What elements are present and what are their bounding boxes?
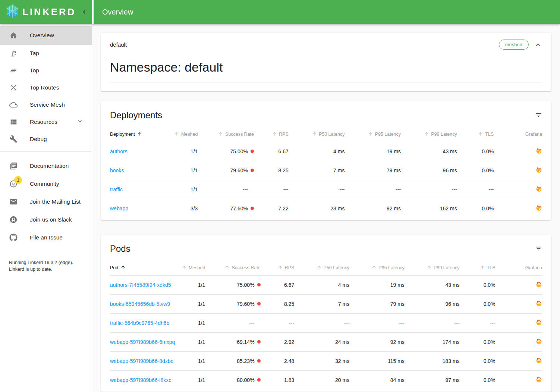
- column-header-p95-latency[interactable]: P95 Latency: [347, 126, 404, 142]
- p95-cell: 19 ms: [347, 142, 404, 161]
- sidebar-item-debug[interactable]: Debug: [0, 131, 92, 148]
- column-header-tls[interactable]: TLS: [460, 126, 497, 142]
- sidebar-item-top-routes[interactable]: Top Routes: [0, 79, 92, 96]
- sidebar-item-service-mesh[interactable]: Service Mesh: [0, 96, 92, 113]
- column-header-p50-latency[interactable]: P50 Latency: [292, 126, 348, 142]
- resource-link[interactable]: traffic: [110, 186, 123, 192]
- grafana-icon[interactable]: [536, 340, 542, 346]
- namespace-card: default meshed Namespace: default: [101, 33, 551, 91]
- p99-cell: 96 ms: [404, 161, 460, 180]
- column-header-success-rate[interactable]: Success Rate: [201, 126, 257, 142]
- sidebar-collapse-icon[interactable]: [81, 8, 88, 16]
- grafana-icon[interactable]: [536, 206, 542, 212]
- p95-cell: ---: [352, 314, 408, 333]
- filter-icon[interactable]: [535, 244, 542, 254]
- p50-cell: 23 ms: [292, 199, 348, 218]
- resource-link[interactable]: webapp-597f989b66-6mxpq: [110, 339, 175, 345]
- tls-cell: ---: [460, 180, 497, 199]
- p99-cell: 174 ms: [408, 333, 463, 352]
- column-header-p99-latency[interactable]: P99 Latency: [404, 126, 460, 142]
- column-header-meshed[interactable]: Meshed: [170, 126, 201, 142]
- top-icon: [9, 66, 18, 75]
- column-label: RPS: [279, 132, 289, 137]
- column-header-p95-latency[interactable]: P95 Latency: [352, 260, 408, 276]
- cell-value: 4 ms: [338, 282, 349, 288]
- p99-cell: 183 ms: [408, 352, 463, 371]
- collapse-namespace-icon[interactable]: [534, 41, 542, 49]
- cell-value: 6.67: [284, 282, 294, 288]
- sidebar-item-overview[interactable]: Overview: [0, 26, 92, 45]
- cell-value: ---: [490, 320, 495, 326]
- resource-link[interactable]: webapp-597f989b66-l8kxc: [110, 377, 171, 383]
- column-header-success-rate[interactable]: Success Rate: [208, 260, 263, 276]
- p50-cell: 4 ms: [297, 276, 352, 295]
- sidebar-item-join-us-on-slack[interactable]: Join us on Slack: [0, 211, 92, 229]
- cell-value: ---: [452, 186, 457, 192]
- cell-value: 80.00%: [237, 377, 254, 383]
- grafana-icon[interactable]: [536, 283, 542, 289]
- sidebar-item-documentation[interactable]: Documentation: [0, 157, 92, 175]
- meshed-cell: 1/1: [178, 295, 208, 314]
- tls-cell: ---: [463, 314, 498, 333]
- sidebar-item-label: Documentation: [30, 163, 69, 169]
- resource-link[interactable]: authors: [110, 148, 128, 154]
- sidebar-item-label: Top: [30, 67, 39, 74]
- cell-value: 92 ms: [387, 206, 401, 211]
- column-header-deployment[interactable]: Deployment: [110, 126, 170, 142]
- grafana-icon[interactable]: [536, 378, 542, 384]
- column-label: P95 Latency: [378, 265, 405, 270]
- cell-value: 97 ms: [445, 377, 459, 383]
- sidebar-item-community[interactable]: 1Community: [0, 175, 92, 193]
- grafana-icon[interactable]: [536, 302, 542, 308]
- resource-link[interactable]: webapp-597f989b66-8dzbc: [110, 358, 173, 364]
- meshed-cell: 1/1: [178, 333, 208, 352]
- chevron-down-icon[interactable]: [76, 117, 84, 126]
- sidebar-item-resources[interactable]: Resources: [0, 113, 92, 131]
- sidebar-item-tap[interactable]: Tap: [0, 45, 92, 62]
- pods-table: PodMeshedSuccess RateRPSP50 LatencyP95 L…: [110, 260, 542, 389]
- tls-cell: 0.0%: [463, 295, 498, 314]
- status-dot: [251, 150, 254, 153]
- resource-link[interactable]: traffic-564b9c9765-4dh6b: [110, 320, 169, 326]
- status-dot: [257, 302, 261, 305]
- column-header-meshed[interactable]: Meshed: [178, 260, 208, 276]
- table-row: authors1/175.00%6.674 ms19 ms43 ms0.0%: [110, 142, 542, 161]
- cell-value: 79.60%: [237, 301, 254, 307]
- success-rate-cell: 79.60%: [201, 161, 257, 180]
- list-icon: [9, 117, 18, 126]
- grafana-icon[interactable]: [536, 149, 542, 155]
- rps-cell: 2.48: [264, 352, 298, 371]
- column-header-tls[interactable]: TLS: [463, 260, 498, 276]
- sidebar-item-join-the-mailing-list[interactable]: Join the Mailing List: [0, 193, 92, 211]
- grafana-icon[interactable]: [536, 187, 542, 193]
- resource-link[interactable]: books: [110, 167, 124, 173]
- resource-link[interactable]: books-65945656db-5tvw9: [110, 301, 170, 307]
- grafana-icon[interactable]: [536, 168, 542, 174]
- cell-value: ---: [396, 186, 401, 192]
- cell-value: 6.67: [279, 148, 289, 154]
- column-header-pod[interactable]: Pod: [110, 260, 178, 276]
- meshed-cell: 1/1: [170, 142, 201, 161]
- slack-icon: [9, 215, 18, 224]
- p95-cell: 115 ms: [352, 352, 408, 371]
- grafana-icon[interactable]: [536, 321, 542, 327]
- page-title: Overview: [102, 8, 133, 16]
- p99-cell: 43 ms: [404, 142, 460, 161]
- resource-name-cell: webapp-597f989b66-6mxpq: [110, 333, 178, 352]
- column-header-p99-latency[interactable]: P99 Latency: [408, 260, 463, 276]
- success-rate-cell: 79.60%: [208, 295, 263, 314]
- resource-link[interactable]: webapp: [110, 206, 128, 211]
- column-header-rps[interactable]: RPS: [257, 126, 292, 142]
- sidebar-item-file-an-issue[interactable]: File an Issue: [0, 229, 92, 247]
- cell-value: 4 ms: [333, 148, 345, 154]
- success-rate-cell: 75.00%: [201, 142, 257, 161]
- cell-value: 43 ms: [443, 148, 457, 154]
- sidebar-item-top[interactable]: Top: [0, 62, 92, 79]
- resource-name-cell: webapp-597f989b66-8dzbc: [110, 352, 178, 371]
- resource-link[interactable]: authors-7f45589f94-xdkd5: [110, 282, 171, 288]
- table-row: books-65945656db-5tvw91/179.60%8.257 ms7…: [110, 295, 542, 314]
- column-header-p50-latency[interactable]: P50 Latency: [297, 260, 352, 276]
- grafana-icon[interactable]: [536, 359, 542, 365]
- filter-icon[interactable]: [535, 110, 542, 120]
- column-header-rps[interactable]: RPS: [264, 260, 298, 276]
